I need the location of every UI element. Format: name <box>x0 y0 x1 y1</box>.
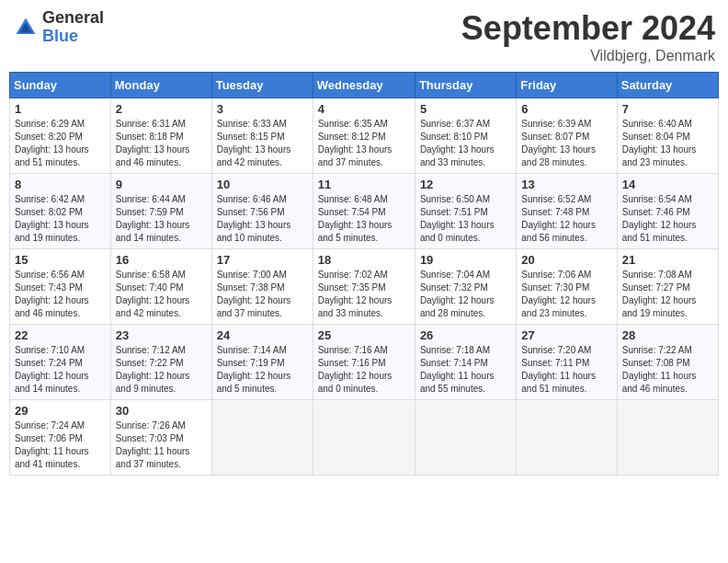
table-cell: 12Sunrise: 6:50 AMSunset: 7:51 PMDayligh… <box>415 174 516 249</box>
day-number: 22 <box>15 328 106 342</box>
table-cell: 20Sunrise: 7:06 AMSunset: 7:30 PMDayligh… <box>517 249 617 325</box>
day-info: Sunrise: 6:29 AMSunset: 8:20 PMDaylight:… <box>15 118 106 169</box>
logo-icon <box>13 15 39 40</box>
table-cell: 6Sunrise: 6:39 AMSunset: 8:07 PMDaylight… <box>517 98 617 174</box>
calendar-table: Sunday Monday Tuesday Wednesday Thursday… <box>9 72 719 476</box>
table-cell: 22Sunrise: 7:10 AMSunset: 7:24 PMDayligh… <box>10 325 111 400</box>
location-text: Vildbjerg, Denmark <box>461 48 715 64</box>
table-cell: 3Sunrise: 6:33 AMSunset: 8:15 PMDaylight… <box>211 98 313 174</box>
day-info: Sunrise: 7:20 AMSunset: 7:11 PMDaylight:… <box>521 344 611 396</box>
day-info: Sunrise: 7:26 AMSunset: 7:03 PMDaylight:… <box>116 419 207 471</box>
day-number: 16 <box>116 253 207 267</box>
table-cell: 5Sunrise: 6:37 AMSunset: 8:10 PMDaylight… <box>415 98 516 174</box>
day-number: 23 <box>116 328 207 342</box>
table-cell: 27Sunrise: 7:20 AMSunset: 7:11 PMDayligh… <box>517 325 617 400</box>
calendar-header-row: Sunday Monday Tuesday Wednesday Thursday… <box>10 73 719 98</box>
col-saturday: Saturday <box>617 73 718 98</box>
logo-general-text: General <box>42 9 104 28</box>
day-number: 30 <box>116 404 207 418</box>
day-info: Sunrise: 6:48 AMSunset: 7:54 PMDaylight:… <box>318 193 410 245</box>
day-number: 24 <box>217 328 308 342</box>
calendar-row: 8Sunrise: 6:42 AMSunset: 8:02 PMDaylight… <box>10 174 719 249</box>
table-cell <box>617 400 718 476</box>
day-info: Sunrise: 7:06 AMSunset: 7:30 PMDaylight:… <box>521 269 611 320</box>
table-cell: 16Sunrise: 6:58 AMSunset: 7:40 PMDayligh… <box>110 249 211 325</box>
day-number: 7 <box>622 102 713 116</box>
table-cell <box>313 400 415 476</box>
table-cell: 18Sunrise: 7:02 AMSunset: 7:35 PMDayligh… <box>313 249 415 325</box>
day-number: 2 <box>116 102 207 116</box>
day-number: 4 <box>318 102 410 116</box>
table-cell: 19Sunrise: 7:04 AMSunset: 7:32 PMDayligh… <box>415 249 516 325</box>
table-cell: 7Sunrise: 6:40 AMSunset: 8:04 PMDaylight… <box>617 98 718 174</box>
day-number: 10 <box>217 178 308 191</box>
day-number: 11 <box>318 178 410 191</box>
day-info: Sunrise: 6:37 AMSunset: 8:10 PMDaylight:… <box>420 118 511 169</box>
day-info: Sunrise: 6:35 AMSunset: 8:12 PMDaylight:… <box>318 118 410 169</box>
day-info: Sunrise: 7:02 AMSunset: 7:35 PMDaylight:… <box>318 269 410 320</box>
day-number: 9 <box>116 178 207 191</box>
day-number: 27 <box>521 328 611 342</box>
table-cell: 25Sunrise: 7:16 AMSunset: 7:16 PMDayligh… <box>313 325 415 400</box>
day-number: 5 <box>420 102 511 116</box>
day-number: 20 <box>521 253 611 267</box>
day-number: 15 <box>15 253 106 267</box>
day-info: Sunrise: 7:08 AMSunset: 7:27 PMDaylight:… <box>622 269 713 320</box>
calendar-row: 29Sunrise: 7:24 AMSunset: 7:06 PMDayligh… <box>10 400 719 476</box>
day-number: 19 <box>420 253 511 267</box>
month-title: September 2024 <box>461 9 715 48</box>
table-cell <box>211 400 313 476</box>
day-info: Sunrise: 6:40 AMSunset: 8:04 PMDaylight:… <box>622 118 713 169</box>
day-number: 21 <box>622 253 713 267</box>
col-wednesday: Wednesday <box>313 73 415 98</box>
table-cell: 26Sunrise: 7:18 AMSunset: 7:14 PMDayligh… <box>415 325 516 400</box>
table-cell: 15Sunrise: 6:56 AMSunset: 7:43 PMDayligh… <box>10 249 111 325</box>
table-cell: 11Sunrise: 6:48 AMSunset: 7:54 PMDayligh… <box>313 174 415 249</box>
day-info: Sunrise: 6:50 AMSunset: 7:51 PMDaylight:… <box>420 193 511 245</box>
table-cell: 2Sunrise: 6:31 AMSunset: 8:18 PMDaylight… <box>110 98 211 174</box>
logo-text: General Blue <box>42 9 104 46</box>
table-cell: 23Sunrise: 7:12 AMSunset: 7:22 PMDayligh… <box>110 325 211 400</box>
col-thursday: Thursday <box>415 73 516 98</box>
table-cell: 10Sunrise: 6:46 AMSunset: 7:56 PMDayligh… <box>211 174 313 249</box>
day-info: Sunrise: 6:44 AMSunset: 7:59 PMDaylight:… <box>116 193 207 245</box>
table-cell: 8Sunrise: 6:42 AMSunset: 8:02 PMDaylight… <box>10 174 111 249</box>
day-info: Sunrise: 7:14 AMSunset: 7:19 PMDaylight:… <box>217 344 308 396</box>
table-cell: 28Sunrise: 7:22 AMSunset: 7:08 PMDayligh… <box>617 325 718 400</box>
logo: General Blue <box>13 9 104 46</box>
day-number: 1 <box>15 102 106 116</box>
day-info: Sunrise: 6:42 AMSunset: 8:02 PMDaylight:… <box>15 193 106 245</box>
calendar-row: 15Sunrise: 6:56 AMSunset: 7:43 PMDayligh… <box>10 249 719 325</box>
day-info: Sunrise: 6:56 AMSunset: 7:43 PMDaylight:… <box>15 269 106 320</box>
day-info: Sunrise: 6:31 AMSunset: 8:18 PMDaylight:… <box>116 118 207 169</box>
day-info: Sunrise: 7:10 AMSunset: 7:24 PMDaylight:… <box>15 344 106 396</box>
table-cell <box>415 400 516 476</box>
calendar-row: 1Sunrise: 6:29 AMSunset: 8:20 PMDaylight… <box>10 98 719 174</box>
day-info: Sunrise: 6:46 AMSunset: 7:56 PMDaylight:… <box>217 193 308 245</box>
day-info: Sunrise: 6:58 AMSunset: 7:40 PMDaylight:… <box>116 269 207 320</box>
col-tuesday: Tuesday <box>211 73 313 98</box>
table-cell: 1Sunrise: 6:29 AMSunset: 8:20 PMDaylight… <box>10 98 111 174</box>
day-info: Sunrise: 6:39 AMSunset: 8:07 PMDaylight:… <box>521 118 611 169</box>
day-info: Sunrise: 7:00 AMSunset: 7:38 PMDaylight:… <box>217 269 308 320</box>
day-number: 14 <box>622 178 713 191</box>
table-cell: 14Sunrise: 6:54 AMSunset: 7:46 PMDayligh… <box>617 174 718 249</box>
day-info: Sunrise: 6:52 AMSunset: 7:48 PMDaylight:… <box>521 193 611 245</box>
table-cell: 21Sunrise: 7:08 AMSunset: 7:27 PMDayligh… <box>617 249 718 325</box>
title-block: September 2024 Vildbjerg, Denmark <box>461 9 715 64</box>
day-info: Sunrise: 7:24 AMSunset: 7:06 PMDaylight:… <box>15 419 106 471</box>
logo-blue-text: Blue <box>42 28 104 46</box>
day-number: 18 <box>318 253 410 267</box>
day-number: 3 <box>217 102 308 116</box>
day-number: 26 <box>420 328 511 342</box>
day-number: 29 <box>15 404 106 418</box>
table-cell: 13Sunrise: 6:52 AMSunset: 7:48 PMDayligh… <box>517 174 617 249</box>
day-info: Sunrise: 7:22 AMSunset: 7:08 PMDaylight:… <box>622 344 713 396</box>
day-info: Sunrise: 6:54 AMSunset: 7:46 PMDaylight:… <box>622 193 713 245</box>
table-cell <box>517 400 617 476</box>
day-number: 17 <box>217 253 308 267</box>
day-info: Sunrise: 7:04 AMSunset: 7:32 PMDaylight:… <box>420 269 511 320</box>
day-info: Sunrise: 7:16 AMSunset: 7:16 PMDaylight:… <box>318 344 410 396</box>
day-number: 28 <box>622 328 713 342</box>
day-number: 6 <box>521 102 611 116</box>
